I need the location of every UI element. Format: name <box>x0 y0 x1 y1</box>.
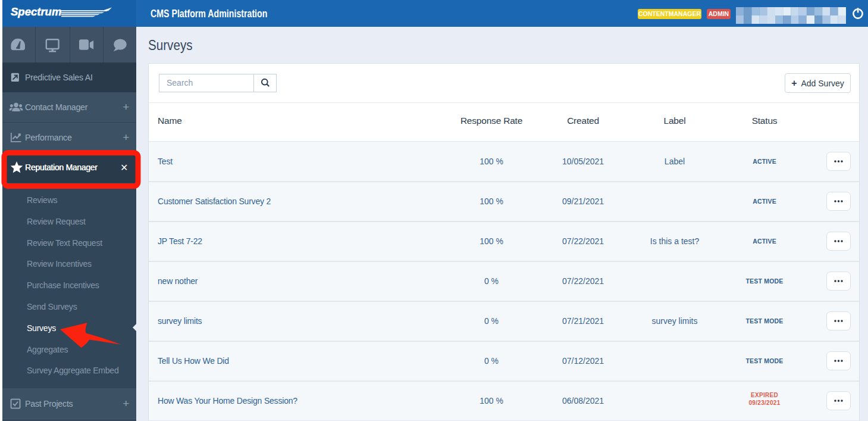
svg-text:Spectrum: Spectrum <box>11 5 61 18</box>
